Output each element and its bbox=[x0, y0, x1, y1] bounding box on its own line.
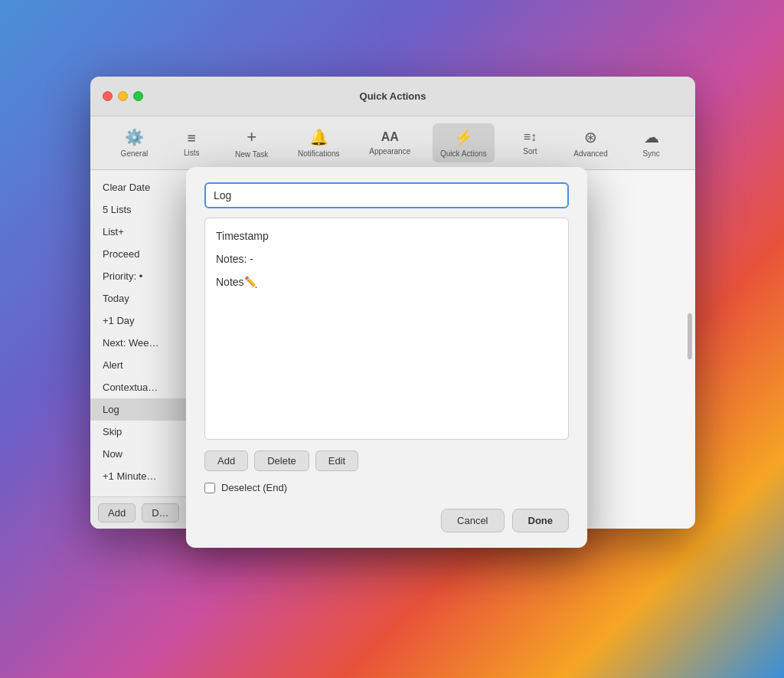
advanced-icon: ⊛ bbox=[584, 128, 597, 146]
lightning-icon: ⚡ bbox=[454, 128, 473, 146]
toolbar-label-notifications: Notifications bbox=[298, 149, 339, 158]
toolbar: ⚙️ General ≡ Lists + New Task 🔔 Notifica… bbox=[90, 116, 695, 170]
dialog-add-button[interactable]: Add bbox=[204, 450, 248, 471]
minimize-button[interactable] bbox=[118, 91, 128, 101]
toolbar-label-advanced: Advanced bbox=[573, 149, 607, 158]
traffic-lights bbox=[103, 91, 143, 101]
dialog-footer: Cancel Done bbox=[204, 509, 569, 532]
toolbar-label-sort: Sort bbox=[523, 147, 537, 156]
plus-icon: + bbox=[247, 127, 256, 147]
checkbox-row: Deselect (End) bbox=[204, 482, 569, 493]
dialog-name-input[interactable] bbox=[204, 182, 569, 208]
toolbar-item-lists[interactable]: ≡ Lists bbox=[170, 125, 213, 162]
done-button[interactable]: Done bbox=[512, 509, 570, 532]
sort-icon: ≡↕ bbox=[524, 130, 537, 144]
cancel-button[interactable]: Cancel bbox=[441, 509, 504, 532]
sidebar-add-button[interactable]: Add bbox=[98, 503, 136, 522]
gear-icon: ⚙️ bbox=[125, 128, 144, 146]
dialog-list-item-notes-dash[interactable]: Notes: - bbox=[205, 247, 568, 270]
toolbar-item-sort[interactable]: ≡↕ Sort bbox=[508, 126, 551, 160]
deselect-label: Deselect (End) bbox=[221, 482, 287, 493]
dialog: Timestamp Notes: - Notes✏️ Add Delete Ed… bbox=[186, 167, 587, 548]
text-icon: AA bbox=[381, 130, 399, 144]
lists-icon: ≡ bbox=[188, 129, 196, 146]
toolbar-item-general[interactable]: ⚙️ General bbox=[113, 123, 155, 162]
toolbar-label-general: General bbox=[121, 149, 149, 158]
toolbar-item-quick-actions[interactable]: ⚡ Quick Actions bbox=[433, 123, 495, 162]
toolbar-item-appearance[interactable]: AA Appearance bbox=[361, 126, 418, 160]
toolbar-item-new-task[interactable]: + New Task bbox=[227, 123, 276, 163]
toolbar-item-advanced[interactable]: ⊛ Advanced bbox=[566, 123, 615, 162]
toolbar-item-notifications[interactable]: 🔔 Notifications bbox=[290, 123, 347, 162]
deselect-checkbox[interactable] bbox=[204, 483, 215, 493]
dialog-action-row: Add Delete Edit bbox=[204, 450, 569, 471]
dialog-list-item-notes-edit[interactable]: Notes✏️ bbox=[205, 270, 568, 293]
dialog-list: Timestamp Notes: - Notes✏️ bbox=[204, 218, 569, 440]
toolbar-label-sync: Sync bbox=[642, 149, 659, 158]
toolbar-label-appearance: Appearance bbox=[369, 147, 410, 156]
maximize-button[interactable] bbox=[133, 91, 143, 101]
window-title: Quick Actions bbox=[360, 90, 426, 102]
dialog-edit-button[interactable]: Edit bbox=[315, 450, 358, 471]
dialog-list-item-timestamp[interactable]: Timestamp bbox=[205, 224, 568, 247]
toolbar-item-sync[interactable]: ☁ Sync bbox=[630, 123, 673, 162]
scroll-thumb[interactable] bbox=[688, 313, 692, 359]
toolbar-label-new-task: New Task bbox=[235, 150, 268, 159]
close-button[interactable] bbox=[103, 91, 113, 101]
toolbar-label-quick-actions: Quick Actions bbox=[440, 149, 487, 158]
bell-icon: 🔔 bbox=[309, 128, 328, 146]
cloud-icon: ☁ bbox=[644, 128, 659, 146]
dialog-delete-button[interactable]: Delete bbox=[254, 450, 309, 471]
sidebar-delete-button[interactable]: D… bbox=[142, 503, 178, 522]
toolbar-label-lists: Lists bbox=[184, 149, 200, 157]
title-bar: Quick Actions bbox=[90, 77, 695, 116]
